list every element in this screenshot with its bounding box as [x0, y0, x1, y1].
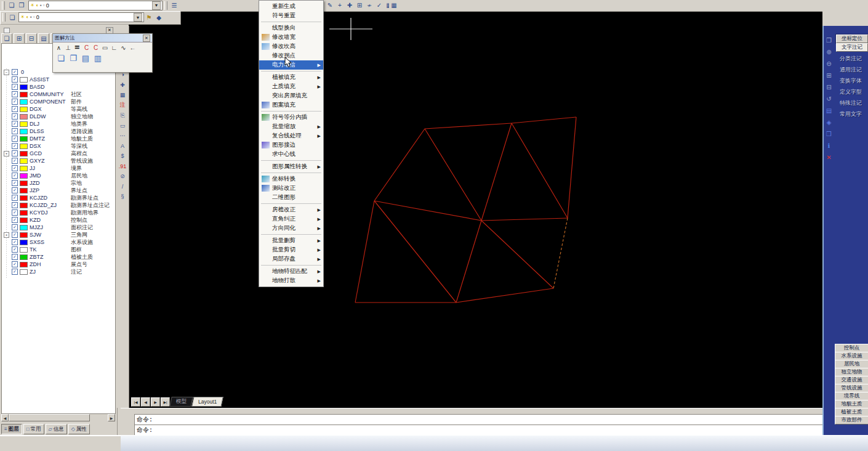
palette-tool-icon[interactable]: ∿ — [119, 43, 128, 52]
panel-tool-icon[interactable]: ❐ — [824, 36, 834, 45]
menu-item[interactable]: 坐标转换 — [259, 174, 323, 184]
menu-item[interactable]: 局部存盘▶ — [259, 254, 323, 264]
checkbox-checked-icon[interactable]: ✓ — [12, 232, 18, 238]
panel-menu-icon[interactable] — [4, 28, 10, 33]
scrollbar-thumb[interactable] — [9, 414, 90, 421]
layer-color-swatch[interactable] — [20, 114, 28, 120]
layer-row[interactable]: +✓SJW三角网 — [2, 231, 115, 238]
collapse-icon[interactable]: − — [4, 70, 9, 75]
panel-tool-icon[interactable]: ✕ — [824, 153, 834, 162]
layer-row[interactable]: ✓TK图框 — [2, 246, 115, 253]
panel-tool-icon[interactable]: ⊞ — [824, 71, 834, 80]
checkbox-checked-icon[interactable]: ✓ — [12, 195, 18, 201]
layer-color-swatch[interactable] — [20, 262, 28, 267]
scroll-left-icon[interactable]: ◀ — [1, 414, 9, 421]
checkbox-checked-icon[interactable]: ✓ — [12, 106, 18, 112]
layer-row[interactable]: ✓ASSIST — [2, 76, 115, 83]
menu-item[interactable]: 方向同化▶ — [259, 224, 323, 233]
checkbox-checked-icon[interactable]: ✓ — [12, 224, 18, 230]
toolbar-grip[interactable] — [2, 13, 6, 22]
layer-row[interactable]: ✓DLJ地类界 — [2, 120, 115, 128]
menu-item[interactable]: 直角纠正▶ — [259, 214, 323, 224]
checkbox-checked-icon[interactable]: ✓ — [12, 254, 18, 260]
category-button[interactable]: 独立地物 — [835, 368, 868, 376]
layer-tool-icon[interactable]: ▤ — [80, 52, 91, 63]
palette-titlebar[interactable]: 图解方法 ✕ — [53, 34, 152, 43]
category-button[interactable]: 水系设施 — [835, 352, 868, 360]
category-button[interactable]: 地貌土质 — [835, 400, 868, 408]
chevron-down-icon[interactable]: ▼ — [152, 1, 161, 10]
strip-tool-icon[interactable]: ⋯ — [118, 131, 127, 140]
menu-item[interactable]: 图案填充 — [259, 100, 323, 110]
palette-tool-icon[interactable]: ⊥ — [63, 43, 73, 52]
panel-tab-图层[interactable]: ≡图层 — [1, 424, 22, 434]
checkbox-checked-icon[interactable]: ✓ — [12, 209, 18, 216]
menu-item[interactable]: 重新生成 — [259, 2, 323, 11]
palette-tool-icon[interactable]: ∧ — [54, 43, 63, 52]
layer-row[interactable]: +✓GCD高程点 — [2, 150, 115, 157]
panel-tool-icon[interactable]: ↺ — [824, 94, 834, 104]
category-button[interactable]: 交通设施 — [835, 376, 868, 384]
layer-color-swatch[interactable] — [20, 254, 28, 260]
checkbox-checked-icon[interactable]: ✓ — [12, 76, 18, 83]
screen-menu-item[interactable]: 特殊注记 — [834, 99, 868, 107]
layer-row[interactable]: ✓JMD居民地 — [2, 172, 115, 179]
screen-menu-item[interactable]: 常用文字 — [834, 110, 868, 118]
category-button[interactable]: 境界线 — [835, 392, 868, 400]
close-icon[interactable]: ✕ — [143, 35, 150, 42]
strip-tool-icon[interactable]: $ — [118, 152, 127, 161]
layer-row[interactable]: ✓KCJZD勘测界址点 — [2, 194, 115, 201]
command-line-input[interactable]: 命令: — [134, 425, 823, 436]
checkbox-checked-icon[interactable]: ✓ — [12, 158, 18, 164]
panel-tool-icon[interactable]: ❒ — [824, 129, 834, 139]
layer-color-swatch[interactable] — [20, 217, 28, 223]
panel-tab-常用[interactable]: □常用 — [23, 424, 44, 434]
layer-color-swatch[interactable] — [20, 173, 28, 179]
checkbox-checked-icon[interactable]: ✓ — [12, 187, 18, 193]
menu-item[interactable]: 修改坎高 — [259, 42, 323, 51]
panel-tab-信息[interactable]: ▱信息 — [46, 424, 67, 434]
tab-nav-icon[interactable]: |◀ — [131, 397, 140, 407]
layer-row[interactable]: ✓JZP界址点 — [2, 187, 115, 194]
layer-color-swatch[interactable] — [20, 84, 28, 90]
layer-row[interactable]: ✓ZJ注记 — [2, 268, 115, 275]
layer-color-swatch[interactable] — [20, 129, 28, 134]
layer-row[interactable]: ✓ZDH展点号 — [2, 261, 115, 268]
layer-tool-icon[interactable]: ❏ — [55, 52, 66, 63]
category-button[interactable]: 控制点 — [835, 344, 868, 352]
menu-item[interactable]: 批量删剪▶ — [259, 236, 323, 245]
layer-row[interactable]: ✓MJZJ面积注记 — [2, 224, 115, 231]
layer-row[interactable]: ✓DMTZ地貌土质 — [2, 135, 115, 142]
layers-icon[interactable]: ❏ — [7, 1, 17, 10]
layer-color-swatch[interactable] — [20, 136, 28, 142]
palette-tool-icon[interactable]: C — [82, 43, 91, 52]
menu-item[interactable]: 复合线处理▶ — [259, 131, 323, 140]
layout-tab-模型[interactable]: 模型 — [169, 397, 193, 407]
layer-color-swatch[interactable] — [20, 77, 28, 83]
expand-icon[interactable]: + — [4, 232, 9, 238]
layer-row[interactable]: ✓KCJZD_ZJ勘测界址点注记 — [2, 201, 115, 209]
checkbox-checked-icon[interactable]: ✓ — [12, 202, 18, 208]
strip-tool-icon[interactable]: § — [118, 192, 127, 201]
layer-row[interactable]: ✓ZBTZ植被土质 — [2, 253, 115, 261]
strip-tool-icon[interactable]: ⎘ — [118, 111, 127, 120]
layer-states-icon[interactable]: ☰ — [169, 1, 179, 10]
layer-tree[interactable]: − ✓ 0 ✓ASSIST✓BASD✓COMMUNITY社区✓COMPONENT… — [1, 43, 116, 414]
scroll-right-icon[interactable]: ▶ — [108, 414, 115, 421]
screen-menu-item[interactable]: 变换字体 — [834, 76, 868, 85]
layer-color-swatch[interactable] — [20, 210, 28, 216]
menu-item[interactable]: 批量缩放▶ — [259, 122, 323, 131]
checkbox-checked-icon[interactable]: ✓ — [12, 128, 18, 134]
panel-tab-属性[interactable]: ◇属性 — [68, 424, 90, 434]
strip-tool-icon[interactable]: A — [118, 141, 127, 150]
menu-item[interactable]: 图形属性转换▶ — [259, 162, 323, 171]
category-button[interactable]: 居民地 — [835, 360, 868, 368]
strip-tool-icon[interactable]: .91 — [118, 161, 127, 171]
checkbox-checked-icon[interactable]: ✓ — [12, 84, 18, 90]
panel-tool-icon[interactable]: ⊕ — [824, 47, 834, 57]
menu-item[interactable]: 批量剪切▶ — [259, 245, 323, 254]
tree-toolbar-icon[interactable]: ▤ — [38, 33, 49, 44]
layer-row[interactable]: ✓JZD宗地 — [2, 179, 115, 187]
menu-item[interactable]: 突出房屋填充 — [259, 91, 323, 100]
menu-item[interactable]: 线型换向 — [259, 23, 323, 33]
